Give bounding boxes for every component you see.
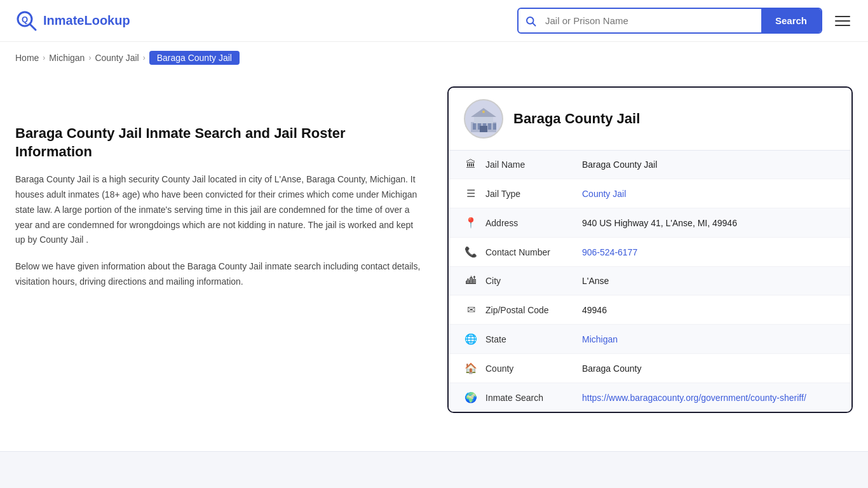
search-button[interactable]: Search [761,9,821,32]
hamburger-line-2 [835,20,850,22]
breadcrumb-sep-1: › [43,53,45,62]
contact-icon: 📞 [464,246,478,258]
info-row-inmate-search: 🌍Inmate Searchhttps://www.baragacounty.o… [449,383,851,412]
svg-rect-8 [473,123,476,130]
main-content: Baraga County Jail Inmate Search and Jai… [0,74,868,438]
footer-bar [0,451,868,488]
search-bar: Search [517,8,822,34]
inmate-search-value[interactable]: https://www.baragacounty.org/government/… [582,393,806,403]
city-value: L'Anse [582,276,609,286]
jail-type-link[interactable]: County Jail [582,189,626,199]
info-row-state: 🌐StateMichigan [449,325,851,354]
breadcrumb-michigan[interactable]: Michigan [49,53,85,63]
breadcrumb-sep-2: › [88,53,91,62]
info-row-contact: 📞Contact Number906-524-6177 [449,238,851,267]
page-desc-2: Below we have given information about th… [15,259,422,290]
info-row-zip: ✉Zip/Postal Code49946 [449,295,851,325]
city-icon: 🏙 [464,275,478,287]
jail-name-icon: 🏛 [464,159,478,170]
contact-value[interactable]: 906-524-6177 [582,247,637,257]
search-input[interactable] [543,9,761,32]
info-row-county: 🏠CountyBaraga County [449,354,851,383]
state-value[interactable]: Michigan [582,334,618,344]
info-row-jail-name: 🏛Jail NameBaraga County Jail [449,151,851,179]
info-row-address: 📍Address940 US Highway 41, L'Anse, MI, 4… [449,208,851,238]
hamburger-menu[interactable] [832,13,853,29]
page-desc-1: Baraga County Jail is a high security Co… [15,172,422,248]
svg-rect-13 [480,126,487,132]
card-jail-name: Baraga County Jail [513,111,640,127]
svg-rect-12 [493,123,496,130]
address-value: 940 US Highway 41, L'Anse, MI, 49946 [582,218,737,228]
zip-value: 49946 [582,305,607,315]
hamburger-line-3 [835,25,850,26]
info-row-jail-type: ☰Jail TypeCounty Jail [449,179,851,208]
hamburger-line-1 [835,16,850,17]
county-value: Baraga County [582,363,641,374]
site-header: Q InmateLookup Search [0,0,868,42]
inmate-search-icon: 🌍 [464,391,478,403]
info-card: Baraga County Jail 🏛Jail NameBaraga Coun… [447,86,853,413]
breadcrumb-current: Baraga County Jail [149,51,240,65]
breadcrumb: Home › Michigan › County Jail › Baraga C… [0,42,868,74]
inmate-search-label: Inmate Search [485,393,574,403]
zip-label: Zip/Postal Code [485,305,574,315]
county-icon: 🏠 [464,362,478,374]
zip-icon: ✉ [464,304,478,316]
courthouse-icon [468,103,499,135]
svg-point-14 [482,111,485,113]
contact-label: Contact Number [485,247,574,257]
svg-line-4 [532,23,535,25]
address-label: Address [485,218,574,228]
search-icon-wrap [519,15,543,27]
site-logo[interactable]: Q InmateLookup [15,10,130,32]
search-icon [525,15,536,27]
info-table: 🏛Jail NameBaraga County Jail☰Jail TypeCo… [449,151,851,412]
jail-name-value: Baraga County Jail [582,159,657,170]
breadcrumb-county-jail[interactable]: County Jail [95,53,139,63]
county-label: County [485,363,574,374]
jail-avatar [464,99,503,139]
svg-line-1 [30,24,36,30]
info-row-city: 🏙CityL'Anse [449,267,851,295]
breadcrumb-home[interactable]: Home [15,53,39,63]
state-label: State [485,334,574,344]
svg-rect-6 [474,117,493,123]
logo-icon: Q [15,10,38,32]
address-icon: 📍 [464,217,478,229]
jail-type-icon: ☰ [464,187,478,200]
header-right: Search [517,8,853,34]
left-column: Baraga County Jail Inmate Search and Jai… [15,86,422,413]
jail-type-label: Jail Type [485,189,574,199]
jail-name-label: Jail Name [485,159,574,170]
page-title: Baraga County Jail Inmate Search and Jai… [15,125,422,161]
contact-link[interactable]: 906-524-6177 [582,247,637,257]
inmate-search-link[interactable]: https://www.baragacounty.org/government/… [582,393,806,403]
state-link[interactable]: Michigan [582,334,618,344]
state-icon: 🌐 [464,333,478,345]
jail-type-value[interactable]: County Jail [582,189,626,199]
svg-rect-11 [488,123,491,130]
city-label: City [485,276,574,286]
breadcrumb-sep-3: › [143,53,146,62]
svg-text:Q: Q [22,15,28,24]
logo-text: InmateLookup [43,13,130,28]
card-header: Baraga County Jail [449,88,851,151]
